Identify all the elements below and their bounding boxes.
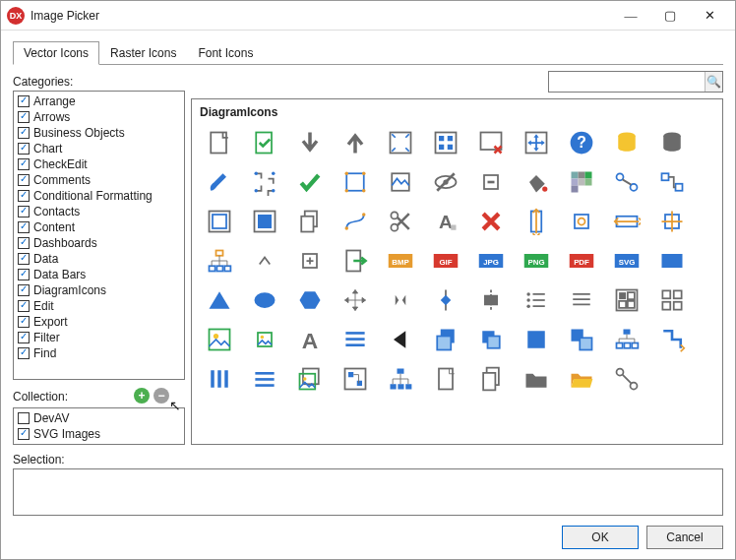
maximize-button[interactable]: ▢ [650,2,690,30]
path-curve-icon[interactable] [336,204,375,239]
insert-arrow-icon[interactable] [336,243,375,279]
resize-center-icon[interactable] [562,204,601,239]
category-item[interactable]: DiagramIcons [16,282,182,298]
four-squares-icon[interactable] [652,282,692,318]
category-item[interactable]: Arrange [16,93,182,109]
checkbox-icon[interactable] [18,190,30,202]
search-input[interactable] [549,72,705,92]
document-blank-icon[interactable] [200,125,239,160]
sheets-two-icon[interactable] [471,322,511,357]
category-item[interactable]: Edit [16,298,182,314]
categories-list[interactable]: ArrangeArrowsBusiness ObjectsChartCheckE… [13,91,185,380]
tab-left-icon[interactable] [381,322,420,357]
icon-panel[interactable]: DiagramIcons ?ABMPGIFJPGPNGPDFSVGA [191,98,723,445]
checkbox-icon[interactable] [18,237,30,249]
copy-pages-icon[interactable] [290,204,330,239]
checkbox-icon[interactable] [18,253,30,265]
page-stack-icon[interactable] [471,361,511,397]
checkbox-icon[interactable] [18,428,30,440]
ok-button[interactable]: OK [562,526,639,549]
align-center-icon[interactable] [471,282,511,318]
resize-all-icon[interactable] [652,204,692,239]
category-item[interactable]: Arrows [16,109,182,125]
text-large-a-icon[interactable]: A [290,322,330,357]
fit-page-icon[interactable] [381,125,420,160]
text-a-icon[interactable]: A [426,204,465,239]
category-item[interactable]: Conditional Formatting [16,188,182,204]
brush-icon[interactable] [200,164,239,200]
connector-dots-icon[interactable] [245,164,284,200]
connector-2-icon[interactable] [607,361,646,397]
triangle-icon[interactable] [200,282,239,318]
frame-empty-icon[interactable] [200,204,239,239]
checkbox-icon[interactable] [18,269,30,280]
paint-bucket-icon[interactable] [517,164,556,200]
flip-h-icon[interactable] [381,282,420,318]
checkbox-icon[interactable] [18,316,30,328]
checkbox-icon[interactable] [18,332,30,343]
checkbox-icon[interactable] [18,127,30,139]
caret-up-icon[interactable] [245,243,284,279]
color-palette-icon[interactable] [562,164,601,200]
checkbox-icon[interactable] [18,300,30,312]
hidden-eye-icon[interactable] [426,164,465,200]
blank-icon[interactable] [652,361,692,397]
page-blank-icon[interactable] [426,361,465,397]
collections-list[interactable]: DevAVSVG Images [13,407,185,445]
category-item[interactable]: Comments [16,172,182,188]
checkbox-icon[interactable] [18,221,30,233]
layout-grid-icon[interactable] [426,125,465,160]
routing-icon[interactable] [652,322,692,357]
filetype-png-icon[interactable]: PNG [517,243,556,279]
hexagon-icon[interactable] [290,282,330,318]
image-crop-icon[interactable] [381,164,420,200]
filetype-pdf-icon[interactable]: PDF [562,243,601,279]
thumbnails-icon[interactable] [607,282,646,318]
search-button[interactable]: 🔍 [705,72,722,92]
close-x-icon[interactable] [471,204,511,239]
resize-v-icon[interactable] [517,204,556,239]
document-check-icon[interactable] [245,125,284,160]
tab-raster-icons[interactable]: Raster Icons [99,41,187,65]
checkbox-icon[interactable] [18,206,30,218]
org-chart-icon[interactable] [607,322,646,357]
filetype-bmp-icon[interactable]: BMP [381,243,420,279]
checkbox-icon[interactable] [18,412,30,424]
square-group-icon[interactable] [562,322,601,357]
collection-item[interactable]: SVG Images [16,426,182,442]
image-picture-l-icon[interactable] [200,322,239,357]
scissors-icon[interactable] [381,204,420,239]
arrow-up-icon[interactable] [336,125,375,160]
checkbox-icon[interactable] [18,158,30,170]
sheets-stack-icon[interactable] [426,322,465,357]
arrow-down-icon[interactable] [290,125,330,160]
remove-collection-button[interactable]: − [153,388,169,404]
rectangle-fill-icon[interactable] [652,243,692,279]
help-circle-icon[interactable]: ? [562,125,601,160]
category-item[interactable]: Filter [16,330,182,345]
nodes-linked-icon[interactable] [607,164,646,200]
category-item[interactable]: Find [16,345,182,361]
canvas-nodes-icon[interactable] [336,361,375,397]
resize-h-icon[interactable] [607,204,646,239]
folder-closed-icon[interactable] [517,361,556,397]
cancel-button[interactable]: Cancel [646,526,723,549]
database-gray-icon[interactable] [652,125,692,160]
category-item[interactable]: CheckEdit [16,156,182,172]
image-picture-s-icon[interactable] [245,322,284,357]
category-item[interactable]: Export [16,314,182,330]
guide-v-icon[interactable] [426,282,465,318]
checkbox-icon[interactable] [18,111,30,123]
list-lines-icon[interactable] [562,282,601,318]
category-item[interactable]: Business Objects [16,125,182,141]
category-item[interactable]: Data Bars [16,267,182,282]
folder-open-icon[interactable] [562,361,601,397]
move-center-icon[interactable] [336,282,375,318]
close-button[interactable]: ✕ [690,2,729,30]
minus-box-icon[interactable] [471,164,511,200]
checkbox-icon[interactable] [18,143,30,155]
filetype-jpg-icon[interactable]: JPG [471,243,511,279]
minimize-button[interactable]: — [611,2,650,30]
fit-all-icon[interactable] [517,125,556,160]
tree-nodes-icon[interactable] [200,243,239,279]
